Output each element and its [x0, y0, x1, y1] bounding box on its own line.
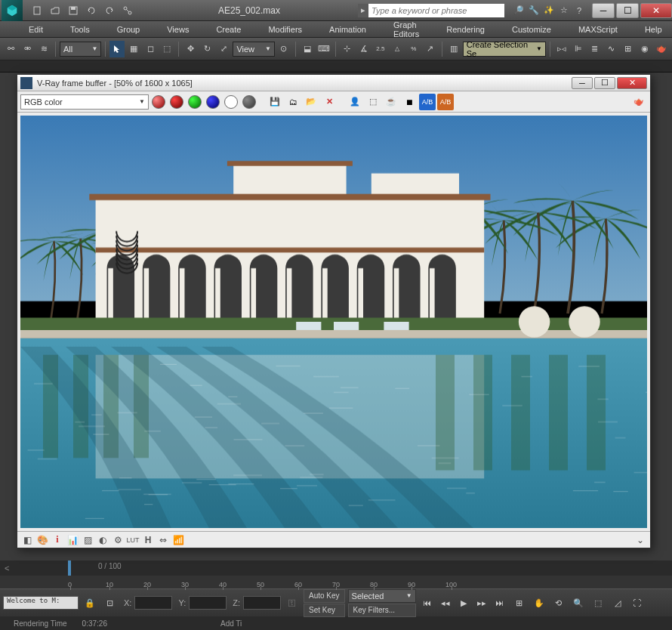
next-frame-icon[interactable]: ▸▸ [473, 595, 490, 610]
vfb-render-view[interactable] [20, 116, 647, 528]
vfb-compare-b-icon[interactable]: A/B [437, 94, 454, 110]
select-tool-icon[interactable] [109, 41, 125, 57]
vfb-titlebar[interactable]: V-Ray frame buffer - [50% of 1600 x 1065… [17, 75, 650, 91]
scroll-left-icon[interactable]: < [0, 564, 14, 573]
autokey-button[interactable]: Auto Key [304, 589, 345, 603]
vfb-close-button[interactable]: ✕ [617, 77, 647, 89]
vfb-link-icon[interactable]: ⇔ [156, 533, 170, 547]
app-icon-3dsmax[interactable] [2, 0, 23, 21]
swatch-rgb-icon[interactable] [150, 94, 167, 110]
vfb-histogram-icon[interactable]: 📊 [66, 533, 79, 547]
search-toggle-icon[interactable]: ▸ [358, 4, 368, 17]
menu-views[interactable]: Views [153, 23, 202, 36]
key-target-dropdown[interactable]: Selected▼ [348, 589, 416, 603]
vfb-h-icon[interactable]: H [141, 533, 155, 547]
vfb-render-icon[interactable]: 🫖 [630, 94, 647, 110]
vfb-clear-icon[interactable]: ✕ [321, 94, 338, 110]
keyfilters-button[interactable]: Key Filters... [348, 604, 416, 617]
selection-filter-dropdown[interactable]: All▼ [60, 42, 102, 57]
vfb-saveall-icon[interactable]: 🗂 [285, 94, 301, 110]
rotate-tool-icon[interactable]: ↻ [199, 41, 214, 57]
pan-icon[interactable]: ✋ [531, 595, 547, 610]
vfb-curve-icon[interactable]: ◐ [96, 533, 109, 547]
redo-icon[interactable] [101, 3, 118, 18]
search-input[interactable] [371, 6, 501, 15]
vfb-trackmouse-icon[interactable]: ⬚ [365, 94, 381, 110]
vfb-exposure-icon[interactable]: ▨ [81, 533, 94, 547]
maxscript-listener[interactable]: Welcome to M: [3, 596, 79, 610]
vfb-info-icon[interactable]: 🎨 [35, 533, 49, 547]
open-icon[interactable] [47, 3, 63, 18]
undo-icon[interactable] [83, 3, 100, 18]
snap-icon[interactable]: ⊹ [340, 41, 355, 57]
new-icon[interactable] [29, 3, 45, 18]
wrench-icon[interactable]: 🔧 [527, 4, 541, 17]
setkey-button[interactable]: Set Key [304, 604, 345, 617]
vfb-channel-dropdown[interactable]: RGB color▼ [20, 94, 149, 110]
select-window-icon[interactable]: ⬚ [159, 41, 174, 57]
select-rect-icon[interactable]: ◻ [143, 41, 158, 57]
render-setup-icon[interactable]: 🫖 [654, 41, 669, 57]
named-selection-dropdown[interactable]: Create Selection Se▼ [463, 42, 546, 57]
star-icon[interactable]: ☆ [557, 4, 571, 17]
axis-icon[interactable]: ↗ [423, 41, 438, 57]
menu-customize[interactable]: Customize [498, 23, 565, 36]
maximize-button[interactable]: ☐ [616, 3, 639, 18]
vfb-load-icon[interactable]: 📂 [303, 94, 319, 110]
ref-coord-dropdown[interactable]: View▼ [233, 42, 275, 57]
binoculars-icon[interactable]: 🔎 [512, 4, 526, 17]
vfb-region-icon[interactable]: ☕ [383, 94, 399, 110]
spinner-snap-icon[interactable]: △ [390, 41, 405, 57]
zoom-icon[interactable]: 🔍 [570, 595, 587, 610]
vfb-compare-a-icon[interactable]: A/B [419, 94, 436, 110]
prev-frame-icon[interactable]: ◂◂ [437, 595, 454, 610]
add-time-tag[interactable]: Add Ti [213, 619, 249, 628]
vfb-clone-icon[interactable]: 👤 [347, 94, 363, 110]
vfb-gear-icon[interactable]: ⚙ [111, 533, 125, 547]
ribbon-collapsed[interactable] [0, 60, 672, 73]
menu-tools[interactable]: Tools [57, 23, 103, 36]
lock-icon[interactable]: 🔒 [82, 594, 98, 611]
maximize-viewport-icon[interactable]: ⛶ [629, 595, 646, 610]
coord-z-input[interactable] [243, 596, 281, 610]
menu-create[interactable]: Create [202, 23, 254, 36]
keyboard-icon[interactable]: ⌨ [316, 41, 331, 57]
swatch-green-icon[interactable] [186, 94, 203, 110]
zoom-extents-icon[interactable]: ⬚ [590, 595, 606, 610]
swatch-red-icon[interactable] [168, 94, 185, 110]
viewport-nav-icon[interactable]: ⊞ [511, 595, 528, 610]
play-icon[interactable]: ▶ [455, 595, 472, 610]
select-name-icon[interactable]: ▦ [126, 41, 141, 57]
percent-icon[interactable]: % [406, 41, 421, 57]
goto-end-icon[interactable]: ⏭ [492, 595, 508, 610]
menu-group[interactable]: Group [103, 23, 154, 36]
angle-snap-icon[interactable]: ∡ [356, 41, 371, 57]
vfb-expand-icon[interactable]: ⌄ [633, 533, 647, 547]
help-icon[interactable]: ? [572, 4, 586, 17]
isolate-icon[interactable]: ⊡ [101, 594, 118, 611]
minimize-button[interactable]: ─ [592, 3, 615, 18]
save-icon[interactable] [65, 3, 82, 18]
orbit-icon[interactable]: ⟲ [550, 595, 567, 610]
timeline-current-frame[interactable] [68, 561, 71, 576]
menu-animation[interactable]: Animation [316, 23, 380, 36]
key-icon[interactable]: ⚿ [284, 594, 301, 611]
vfb-colorcorrect-icon[interactable]: ◧ [20, 533, 34, 547]
link-tool-icon[interactable]: ⚯ [3, 41, 18, 57]
link-icon[interactable] [119, 3, 136, 18]
goto-start-icon[interactable]: ⏮ [419, 595, 436, 610]
swatch-blue-icon[interactable] [205, 94, 221, 110]
layers-icon[interactable]: ≣ [587, 41, 603, 57]
wand-icon[interactable]: ✨ [542, 4, 556, 17]
vfb-save-icon[interactable]: 💾 [267, 94, 283, 110]
schematic-icon[interactable]: ⊞ [621, 41, 636, 57]
swatch-mono-icon[interactable] [241, 94, 257, 110]
close-button[interactable]: ✕ [640, 3, 672, 18]
manipulate-icon[interactable]: ⬓ [300, 41, 315, 57]
vfb-lut-icon[interactable]: LUT [126, 533, 140, 547]
percent-snap-icon[interactable]: 2.5 [373, 41, 388, 57]
menu-edit[interactable]: Edit [15, 23, 57, 36]
coord-x-input[interactable] [134, 596, 172, 610]
vfb-minimize-button[interactable]: ─ [572, 77, 593, 89]
scale-tool-icon[interactable]: ⤢ [216, 41, 231, 57]
